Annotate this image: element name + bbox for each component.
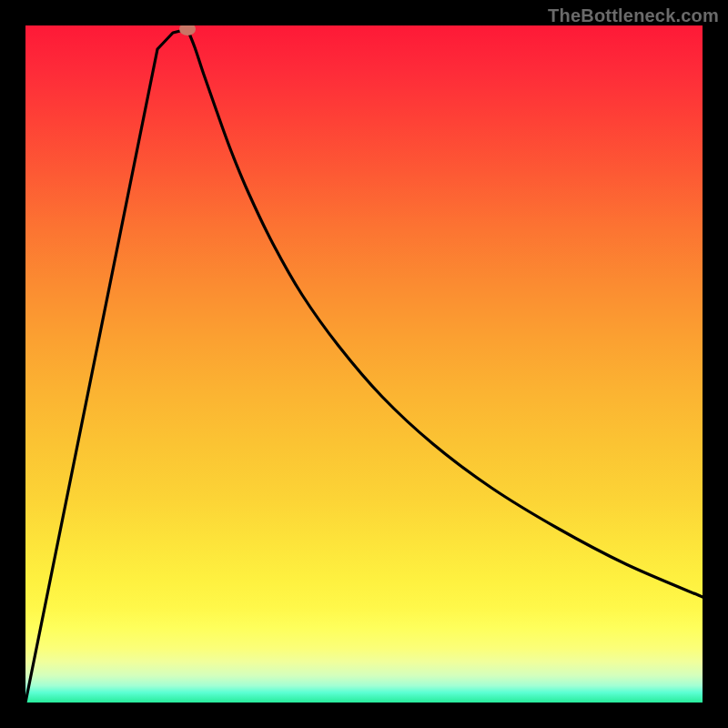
right-curve-line [187, 29, 703, 597]
chart-container: TheBottleneck.com [0, 0, 728, 728]
plot-area [25, 25, 703, 703]
curve-svg [25, 25, 703, 703]
left-descent-line [25, 29, 187, 703]
watermark-text: TheBottleneck.com [548, 5, 719, 26]
minimum-marker [179, 25, 196, 35]
